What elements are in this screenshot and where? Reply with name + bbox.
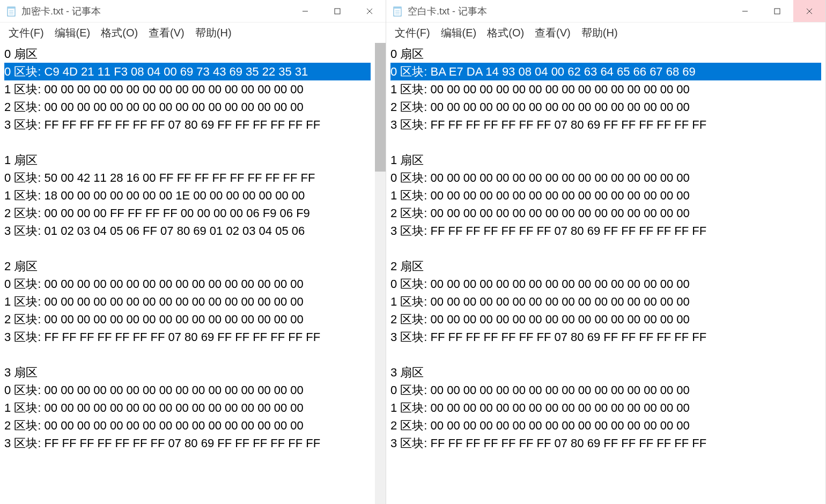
sector-header: 2 扇区 [4, 257, 371, 275]
titlebar[interactable]: 空白卡.txt - 记事本 [386, 0, 825, 23]
sector-header: 0 扇区 [390, 45, 821, 63]
block-line: 1 区块: 00 00 00 00 00 00 00 00 00 00 00 0… [4, 293, 371, 310]
block-line: 2 区块: 00 00 00 00 00 00 00 00 00 00 00 0… [4, 310, 371, 328]
block-line: 2 区块: 00 00 00 00 FF FF FF FF 00 00 00 0… [4, 204, 371, 222]
block-line: 2 区块: 00 00 00 00 00 00 00 00 00 00 00 0… [4, 417, 371, 434]
menu-format[interactable]: 格式(O) [97, 24, 142, 42]
window-title: 加密卡.txt - 记事本 [21, 5, 289, 18]
window-title: 空白卡.txt - 记事本 [408, 5, 729, 18]
menu-file[interactable]: 文件(F) [4, 24, 48, 42]
sector-header: 0 扇区 [4, 45, 371, 63]
block-line: 3 区块: FF FF FF FF FF FF FF 07 80 69 FF F… [390, 222, 821, 240]
block-line: 3 区块: FF FF FF FF FF FF FF 07 80 69 FF F… [390, 328, 821, 346]
block-line: 0 区块: 00 00 00 00 00 00 00 00 00 00 00 0… [390, 275, 821, 293]
sector-header: 2 扇区 [390, 257, 821, 275]
menu-view[interactable]: 查看(V) [530, 24, 575, 42]
menu-help[interactable]: 帮助(H) [577, 24, 622, 42]
sector-header: 1 扇区 [4, 151, 371, 169]
block-line: 0 区块: 00 00 00 00 00 00 00 00 00 00 00 0… [4, 381, 371, 399]
scrollbar[interactable] [375, 43, 386, 504]
block-line: 0 区块: 50 00 42 11 28 16 00 FF FF FF FF F… [4, 169, 371, 187]
notepad-icon [393, 6, 403, 17]
menubar: 文件(F) 编辑(E) 格式(O) 查看(V) 帮助(H) [386, 23, 825, 43]
block-line: 3 区块: 01 02 03 04 05 06 FF 07 80 69 01 0… [4, 222, 371, 240]
svg-rect-6 [335, 9, 340, 14]
titlebar[interactable]: 加密卡.txt - 记事本 [0, 0, 386, 23]
block-line: 2 区块: 00 00 00 00 00 00 00 00 00 00 00 0… [4, 98, 371, 116]
window-controls [729, 0, 825, 22]
text-content[interactable]: 0 扇区0 区块: C9 4D 21 11 F3 08 04 00 69 73 … [0, 43, 375, 504]
sector-header: 1 扇区 [390, 151, 821, 169]
blank-line [4, 346, 371, 364]
svg-rect-15 [775, 9, 780, 14]
text-content[interactable]: 0 扇区0 区块: BA E7 DA 14 93 08 04 00 62 63 … [386, 43, 825, 504]
block-line: 1 区块: 00 00 00 00 00 00 00 00 00 00 00 0… [4, 399, 371, 417]
block-line: 3 区块: FF FF FF FF FF FF FF 07 80 69 FF F… [390, 116, 821, 134]
window-controls [289, 0, 386, 22]
menu-help[interactable]: 帮助(H) [191, 24, 236, 42]
minimize-button[interactable] [289, 0, 321, 22]
blank-line [390, 346, 821, 364]
maximize-button[interactable] [761, 0, 793, 22]
block-line: 1 区块: 00 00 00 00 00 00 00 00 00 00 00 0… [390, 399, 821, 417]
menu-file[interactable]: 文件(F) [390, 24, 434, 42]
svg-rect-1 [8, 7, 15, 9]
notepad-icon [6, 6, 17, 17]
close-button[interactable] [353, 0, 386, 22]
minimize-button[interactable] [729, 0, 761, 22]
menubar: 文件(F) 编辑(E) 格式(O) 查看(V) 帮助(H) [0, 23, 386, 43]
scroll-thumb[interactable] [375, 43, 386, 172]
block-line: 0 区块: C9 4D 21 11 F3 08 04 00 69 73 43 6… [4, 63, 371, 80]
sector-header: 3 扇区 [4, 364, 371, 381]
block-line: 3 区块: FF FF FF FF FF FF FF 07 80 69 FF F… [4, 434, 371, 452]
notepad-window-right: 空白卡.txt - 记事本 文件(F) 编辑(E) 格式(O) 查看(V) 帮助… [386, 0, 826, 504]
blank-line [4, 240, 371, 257]
block-line: 3 区块: FF FF FF FF FF FF FF 07 80 69 FF F… [4, 116, 371, 134]
blank-line [390, 134, 821, 151]
block-line: 0 区块: 00 00 00 00 00 00 00 00 00 00 00 0… [390, 381, 821, 399]
block-line: 0 区块: 00 00 00 00 00 00 00 00 00 00 00 0… [4, 275, 371, 293]
block-line: 2 区块: 00 00 00 00 00 00 00 00 00 00 00 0… [390, 417, 821, 434]
block-line: 2 区块: 00 00 00 00 00 00 00 00 00 00 00 0… [390, 310, 821, 328]
block-line: 1 区块: 00 00 00 00 00 00 00 00 00 00 00 0… [390, 293, 821, 310]
close-button[interactable] [793, 0, 825, 22]
block-line: 0 区块: 00 00 00 00 00 00 00 00 00 00 00 0… [390, 169, 821, 187]
block-line: 1 区块: 00 00 00 00 00 00 00 00 00 00 00 0… [4, 80, 371, 98]
block-line: 1 区块: 00 00 00 00 00 00 00 00 00 00 00 0… [390, 80, 821, 98]
block-line: 3 区块: FF FF FF FF FF FF FF 07 80 69 FF F… [4, 328, 371, 346]
block-line: 2 区块: 00 00 00 00 00 00 00 00 00 00 00 0… [390, 204, 821, 222]
menu-format[interactable]: 格式(O) [483, 24, 528, 42]
menu-view[interactable]: 查看(V) [144, 24, 189, 42]
content-wrap: 0 扇区0 区块: C9 4D 21 11 F3 08 04 00 69 73 … [0, 43, 386, 504]
maximize-button[interactable] [321, 0, 353, 22]
block-line: 1 区块: 00 00 00 00 00 00 00 00 00 00 00 0… [390, 187, 821, 204]
blank-line [390, 240, 821, 257]
content-wrap: 0 扇区0 区块: BA E7 DA 14 93 08 04 00 62 63 … [386, 43, 825, 504]
notepad-window-left: 加密卡.txt - 记事本 文件(F) 编辑(E) 格式(O) 查看(V) 帮助… [0, 0, 386, 504]
block-line: 0 区块: BA E7 DA 14 93 08 04 00 62 63 64 6… [390, 63, 821, 80]
menu-edit[interactable]: 编辑(E) [437, 24, 481, 42]
block-line: 2 区块: 00 00 00 00 00 00 00 00 00 00 00 0… [390, 98, 821, 116]
block-line: 3 区块: FF FF FF FF FF FF FF 07 80 69 FF F… [390, 434, 821, 452]
blank-line [4, 134, 371, 151]
menu-edit[interactable]: 编辑(E) [50, 24, 95, 42]
sector-header: 3 扇区 [390, 364, 821, 381]
block-line: 1 区块: 18 00 00 00 00 00 00 00 1E 00 00 0… [4, 187, 371, 204]
svg-rect-10 [394, 7, 401, 9]
